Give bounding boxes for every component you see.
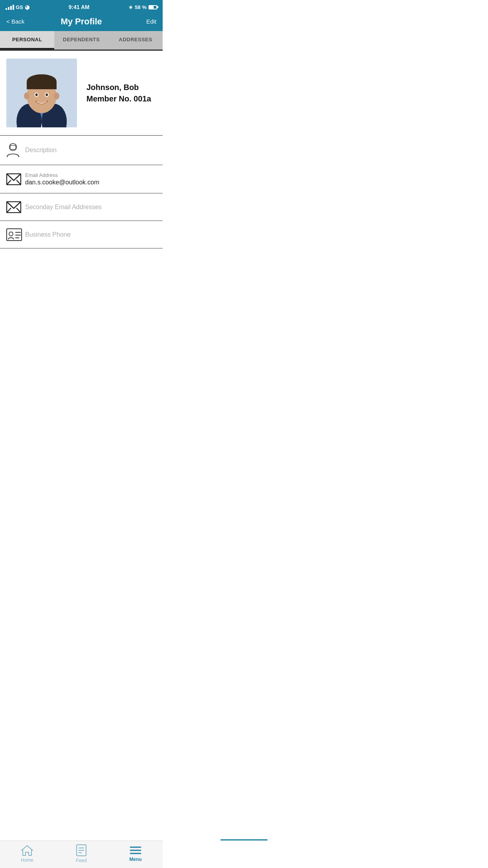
svg-point-17 (35, 94, 38, 96)
page-title: My Profile (61, 17, 102, 27)
battery-icon (149, 5, 157, 9)
svg-line-26 (17, 208, 21, 213)
profile-info: Johnson, Bob Member No. 001a (77, 83, 151, 103)
back-button[interactable]: < Back (6, 18, 24, 25)
tab-addresses[interactable]: ADDRESSES (108, 31, 163, 50)
description-field[interactable]: Description (0, 136, 163, 165)
secondary-email-placeholder: Seconday Email Addresses (25, 204, 102, 210)
battery-percent: 58 % (135, 4, 147, 10)
description-placeholder: Description (25, 147, 57, 153)
person-icon (6, 143, 25, 158)
tab-personal[interactable]: PERSONAL (0, 31, 54, 50)
status-left: GS ◕ (6, 4, 29, 10)
bluetooth-icon: ∗ (128, 4, 133, 10)
business-phone-placeholder: Business Phone (25, 231, 71, 238)
svg-line-23 (17, 180, 21, 185)
status-bar: GS ◕ 9:41 AM ∗ 58 % (0, 0, 163, 14)
svg-point-14 (54, 92, 59, 99)
svg-point-18 (46, 94, 48, 96)
vcard-icon (6, 228, 25, 241)
wifi-icon: ◕ (25, 4, 29, 10)
email-icon (6, 173, 25, 185)
svg-line-22 (7, 180, 11, 185)
email-content: Email Address dan.s.cooke@outlook.com (25, 172, 156, 186)
profile-section: Johnson, Bob Member No. 001a (0, 51, 163, 135)
email-field[interactable]: Email Address dan.s.cooke@outlook.com (0, 165, 163, 193)
business-phone-content: Business Phone (25, 231, 156, 238)
description-content: Description (25, 147, 156, 154)
tab-dependents[interactable]: DEPENDENTS (54, 31, 108, 50)
status-time: 9:41 AM (68, 4, 89, 10)
secondary-email-field[interactable]: Seconday Email Addresses (0, 193, 163, 221)
carrier-label: GS (16, 4, 23, 10)
signal-icon (6, 5, 14, 10)
svg-rect-12 (27, 81, 57, 89)
secondary-email-content: Seconday Email Addresses (25, 204, 156, 211)
status-right: ∗ 58 % (128, 4, 157, 10)
svg-rect-20 (10, 145, 16, 149)
tab-bar: PERSONAL DEPENDENTS ADDRESSES (0, 31, 163, 51)
profile-photo[interactable] (6, 59, 77, 127)
svg-line-25 (7, 208, 11, 213)
email-label: Email Address (25, 172, 156, 178)
content-area: Johnson, Bob Member No. 001a Description (0, 51, 163, 278)
profile-name: Johnson, Bob (86, 83, 151, 92)
header: < Back My Profile Edit (0, 14, 163, 31)
business-phone-field[interactable]: Business Phone (0, 221, 163, 248)
secondary-email-icon (6, 201, 25, 213)
email-value: dan.s.cooke@outlook.com (25, 179, 156, 186)
profile-member-no: Member No. 001a (86, 94, 151, 103)
svg-point-28 (9, 232, 13, 236)
edit-button[interactable]: Edit (146, 18, 156, 25)
svg-point-13 (24, 92, 29, 99)
